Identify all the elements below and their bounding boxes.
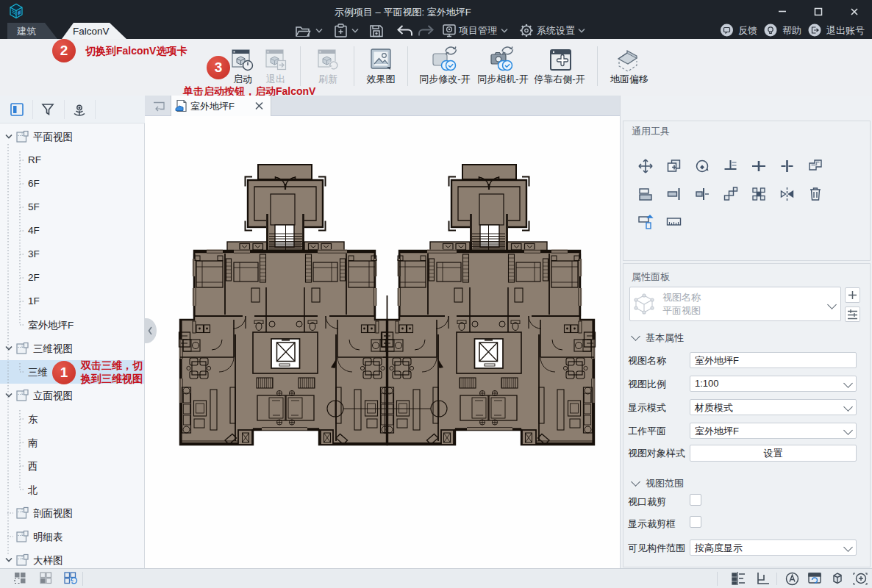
- svg-text:反馈: 反馈: [738, 25, 757, 36]
- svg-text:帮助: 帮助: [782, 25, 801, 36]
- svg-text:项目管理: 项目管理: [459, 25, 497, 36]
- svg-text:退出账号: 退出账号: [826, 25, 865, 36]
- svg-text:室外地坪F: 室外地坪F: [190, 101, 235, 112]
- svg-text:系统设置: 系统设置: [537, 25, 575, 36]
- svg-text:FalconV: FalconV: [73, 26, 110, 37]
- svg-text:建筑: 建筑: [16, 26, 36, 37]
